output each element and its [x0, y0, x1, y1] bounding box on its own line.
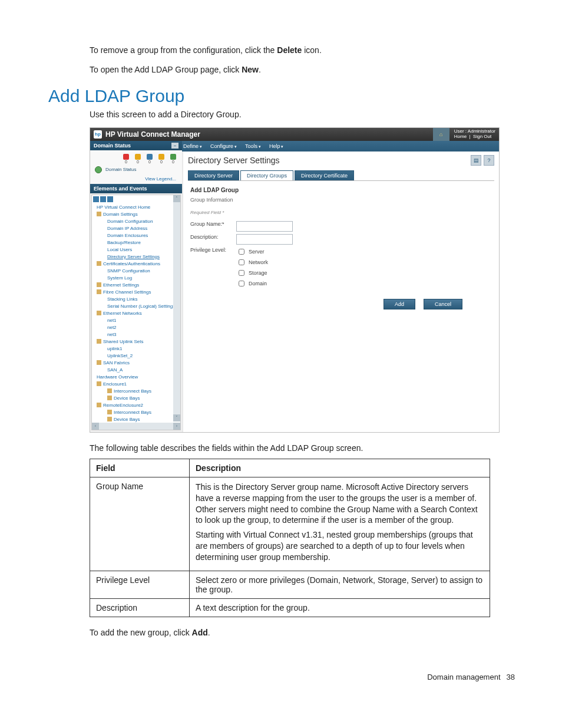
tree-item[interactable]: HP Virtual Connect Home: [97, 203, 180, 210]
scroll-left-icon[interactable]: ‹: [92, 423, 99, 430]
tree-item[interactable]: Device Bays: [97, 394, 180, 401]
scroll-down-icon[interactable]: ˅: [173, 414, 180, 421]
tree-item[interactable]: Interconnect Bays: [97, 387, 180, 394]
tree-link[interactable]: Ethernet Settings: [103, 282, 139, 288]
tree-item[interactable]: Shared Uplink Sets: [97, 338, 180, 345]
tree-link[interactable]: Fibre Channel Settings: [103, 289, 151, 295]
horizontal-scrollbar[interactable]: ‹ ›: [92, 423, 180, 430]
home-icon[interactable]: ⌂: [433, 128, 449, 141]
tree-link[interactable]: Ethernet Networks: [103, 311, 142, 316]
tree-tool-icon[interactable]: [93, 196, 99, 202]
tree-link[interactable]: Domain IP Address: [107, 226, 147, 231]
checkbox-server[interactable]: [239, 249, 244, 255]
input-description[interactable]: [236, 234, 293, 245]
tree-link[interactable]: Shared Uplink Sets: [103, 339, 143, 344]
tree-item[interactable]: SNMP Configuration: [97, 267, 180, 274]
signout-link[interactable]: Sign Out: [473, 134, 491, 139]
cancel-button[interactable]: Cancel: [424, 299, 462, 309]
tree-item[interactable]: RemoteEnclosure2: [97, 401, 180, 409]
tree-link[interactable]: net1: [107, 318, 117, 323]
vertical-scrollbar[interactable]: ˄ ˅: [173, 195, 180, 421]
count: 0: [137, 160, 139, 164]
tree-item[interactable]: SAN_A: [97, 366, 180, 373]
tree-link[interactable]: Certificates/Authentications: [103, 261, 160, 266]
tree-link[interactable]: Serial Number (Logical) Settings: [107, 304, 175, 309]
tree-toolbar: [92, 195, 180, 203]
print-icon[interactable]: ▤: [471, 155, 481, 166]
tree-item[interactable]: uplink1: [97, 345, 180, 352]
tree-tool-icon[interactable]: [100, 196, 106, 202]
tree-link[interactable]: net3: [107, 332, 117, 337]
tree-item[interactable]: Device Bays: [97, 416, 180, 423]
tab-directory-certificate[interactable]: Directory Certificate: [295, 170, 354, 180]
tree-item[interactable]: Domain Enclosures: [97, 232, 180, 239]
checkbox-network[interactable]: [239, 259, 244, 265]
tree-item[interactable]: net2: [97, 324, 180, 331]
cell-desc: A text description for the group.: [190, 599, 490, 617]
tree-link[interactable]: SNMP Configuration: [107, 268, 150, 274]
menu-define[interactable]: Define: [183, 143, 202, 149]
tree-link[interactable]: Interconnect Bays: [114, 410, 151, 415]
scroll-up-icon[interactable]: ˄: [173, 195, 180, 202]
home-link[interactable]: Home: [454, 134, 467, 139]
input-group-name[interactable]: [236, 221, 293, 232]
tree-link[interactable]: net2: [107, 325, 117, 330]
tree-item[interactable]: Ethernet Settings: [97, 281, 180, 288]
tree-link[interactable]: Directory Server Settings: [107, 254, 160, 259]
tree-item[interactable]: Interconnect Bays: [97, 409, 180, 416]
tree-link[interactable]: Hardware Overview: [97, 374, 138, 380]
tree-link[interactable]: Domain Enclosures: [107, 233, 148, 238]
tree-item[interactable]: Directory Server Settings: [97, 253, 180, 260]
tree-item[interactable]: Enclosure1: [97, 380, 180, 387]
menu-tools[interactable]: Tools: [245, 143, 261, 149]
tab-directory-server[interactable]: Directory Server: [188, 170, 239, 180]
tree-link[interactable]: HP Virtual Connect Home: [97, 205, 150, 210]
tree-link[interactable]: Domain Settings: [103, 212, 138, 217]
add-button[interactable]: Add: [384, 299, 415, 309]
tree-link[interactable]: Enclosure1: [103, 381, 127, 387]
tree-link[interactable]: Device Bays: [114, 396, 140, 401]
tree-link[interactable]: Interconnect Bays: [114, 388, 151, 394]
table-row: Privilege Level Select zero or more priv…: [90, 571, 490, 599]
view-legend-link[interactable]: View Legend...: [145, 176, 176, 182]
tree-item[interactable]: Stacking Links: [97, 295, 180, 302]
tree-item[interactable]: Domain Configuration: [97, 218, 180, 225]
tree-item[interactable]: Certificates/Authentications: [97, 260, 180, 267]
tree-item[interactable]: SAN Fabrics: [97, 359, 180, 366]
tree-link[interactable]: SAN_A: [107, 367, 123, 373]
tree-item[interactable]: net3: [97, 331, 180, 338]
tree-item[interactable]: Fibre Channel Settings: [97, 288, 180, 295]
tree-link[interactable]: Backup/Restore: [107, 240, 141, 245]
scroll-right-icon[interactable]: ›: [173, 423, 180, 430]
menu-help[interactable]: Help: [269, 143, 283, 149]
tree-link[interactable]: Stacking Links: [107, 297, 138, 302]
tree-link[interactable]: System Log: [107, 275, 132, 281]
tree-item[interactable]: Hardware Overview: [97, 373, 180, 380]
tree-item[interactable]: System Log: [97, 274, 180, 281]
checkbox-storage[interactable]: [239, 270, 244, 276]
tree-item[interactable]: Local Users: [97, 246, 180, 253]
tree-link[interactable]: Local Users: [107, 247, 132, 252]
checkbox-domain[interactable]: [239, 281, 244, 286]
tree-tool-icon[interactable]: [107, 196, 113, 202]
tree-link[interactable]: SAN Fabrics: [103, 360, 130, 365]
tree-item[interactable]: UplinkSet_2: [97, 352, 180, 359]
tree-item[interactable]: Backup/Restore: [97, 239, 180, 246]
tree-link[interactable]: Device Bays: [114, 417, 140, 422]
tree-item[interactable]: Domain Settings: [97, 210, 180, 218]
tree-item[interactable]: Serial Number (Logical) Settings: [97, 302, 180, 309]
minimize-icon[interactable]: –: [171, 143, 178, 149]
tree-link[interactable]: RemoteEnclosure2: [103, 403, 143, 408]
tree-item[interactable]: Ethernet Networks: [97, 309, 180, 317]
tree-link[interactable]: uplink1: [107, 346, 122, 351]
tree-link[interactable]: Domain Configuration: [107, 219, 153, 224]
label-description: Description:: [190, 234, 232, 240]
tree-link[interactable]: UplinkSet_2: [107, 353, 133, 358]
tab-directory-groups[interactable]: Directory Groups: [240, 170, 293, 180]
tree-item[interactable]: Domain IP Address: [97, 225, 180, 232]
help-icon[interactable]: ?: [484, 155, 494, 166]
folder-icon: [107, 388, 114, 394]
tree-item[interactable]: net1: [97, 317, 180, 324]
folder-icon: [97, 402, 103, 408]
menu-configure[interactable]: Configure: [210, 143, 237, 149]
